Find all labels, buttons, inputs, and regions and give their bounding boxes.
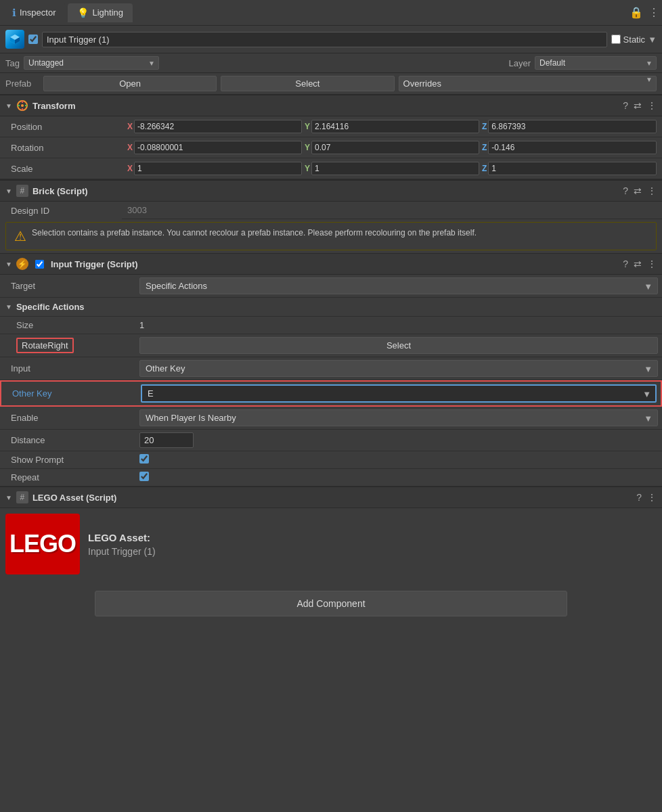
object-name-input[interactable]	[42, 32, 607, 47]
target-row: Target Specific Actions ▼	[0, 275, 662, 298]
scale-z-input[interactable]	[488, 162, 657, 175]
target-dropdown-wrap: Specific Actions ▼	[139, 277, 658, 294]
object-enabled-checkbox[interactable]	[28, 35, 38, 44]
brick-help-icon[interactable]: ?	[623, 185, 628, 196]
input-trigger-help-icon[interactable]: ?	[623, 258, 628, 269]
brick-collapse-arrow[interactable]: ▼	[5, 187, 12, 195]
more-icon[interactable]: ⋮	[648, 6, 659, 19]
static-dropdown-arrow[interactable]: ▼	[648, 35, 657, 45]
tab-inspector-label: Inspector	[20, 7, 56, 18]
input-row: Input Other Key ▼	[0, 357, 662, 380]
enable-row: Enable When Player Is Nearby ▼	[0, 407, 662, 430]
specific-actions-right	[135, 298, 662, 316]
lego-asset-icon: #	[16, 491, 28, 503]
rotate-right-value: Select	[135, 334, 662, 357]
brick-script-icon: #	[16, 185, 28, 197]
rot-y-item: Y	[305, 141, 479, 154]
static-checkbox[interactable]	[611, 35, 621, 44]
scale-y-input[interactable]	[311, 162, 479, 175]
input-trigger-enabled-checkbox[interactable]	[35, 260, 44, 269]
transform-settings-icon[interactable]: ⇄	[634, 100, 642, 111]
repeat-row: Repeat	[0, 469, 662, 487]
show-prompt-checkbox[interactable]	[139, 454, 149, 464]
target-dropdown[interactable]: Specific Actions	[139, 277, 658, 294]
lego-asset-title: LEGO Asset (Script)	[32, 493, 632, 503]
rot-z-item: Z	[482, 141, 657, 154]
repeat-value	[135, 469, 662, 486]
scale-x-label: X	[127, 164, 133, 173]
pos-x-input[interactable]	[134, 120, 302, 133]
input-dropdown[interactable]: Other Key	[139, 360, 658, 377]
repeat-label: Repeat	[0, 469, 135, 486]
prefab-overrides-select[interactable]: Overrides	[399, 76, 657, 91]
position-xyz: X Y Z	[127, 120, 657, 133]
specific-actions-header: ▼ Specific Actions	[0, 298, 662, 317]
transform-help-icon[interactable]: ?	[623, 100, 628, 111]
lego-more-icon[interactable]: ⋮	[647, 492, 657, 503]
warning-box: ⚠ Selection contains a prefab instance. …	[5, 222, 657, 250]
scale-y-label: Y	[305, 164, 310, 173]
pos-z-input[interactable]	[488, 120, 657, 133]
warning-text: Selection contains a prefab instance. Yo…	[32, 228, 477, 238]
lock-icon[interactable]: 🔒	[630, 6, 643, 19]
tab-inspector[interactable]: ℹ Inspector	[3, 3, 65, 23]
layer-label: Layer	[508, 58, 531, 68]
input-trigger-settings-icon[interactable]: ⇄	[634, 258, 642, 269]
other-key-row: Other Key ▼	[0, 380, 662, 407]
rot-y-input[interactable]	[311, 141, 479, 154]
rotate-right-label-text: RotateRight	[16, 338, 74, 353]
svg-point-9	[21, 104, 24, 107]
specific-actions-collapse-arrow[interactable]: ▼	[5, 303, 12, 311]
tab-lighting-label: Lighting	[92, 7, 123, 18]
rot-x-input[interactable]	[134, 141, 302, 154]
lego-asset-name: Input Trigger (1)	[88, 546, 156, 557]
transform-props: Position X Y Z Rotation X Y	[0, 116, 662, 180]
lego-asset-content: LEGO LEGO Asset: Input Trigger (1)	[0, 508, 662, 580]
add-component-button[interactable]: Add Component	[95, 591, 567, 616]
size-label: Size	[0, 317, 135, 334]
rot-z-input[interactable]	[488, 141, 657, 154]
lego-help-icon[interactable]: ?	[636, 492, 642, 503]
transform-actions: ? ⇄ ⋮	[623, 100, 657, 111]
target-dropdown-text: Specific Actions	[146, 281, 207, 291]
tab-bar: ℹ Inspector 💡 Lighting 🔒 ⋮	[0, 0, 662, 26]
lego-logo: LEGO	[5, 514, 80, 574]
brick-script-title: Brick (Script)	[32, 186, 619, 196]
input-trigger-section-header: ▼ ⚡ Input Trigger (Script) ? ⇄ ⋮	[0, 253, 662, 275]
rotate-right-row: RotateRight Select	[0, 334, 662, 357]
scale-y-item: Y	[305, 162, 479, 175]
scale-z-label: Z	[482, 164, 487, 173]
pos-y-item: Y	[305, 120, 479, 133]
tag-select[interactable]: Untagged	[24, 56, 159, 70]
target-label: Target	[0, 277, 135, 295]
distance-input[interactable]	[139, 432, 194, 448]
show-prompt-value	[135, 451, 662, 468]
scale-x-input[interactable]	[134, 162, 302, 175]
other-key-input[interactable]	[141, 384, 657, 403]
repeat-checkbox[interactable]	[139, 472, 149, 481]
transform-collapse-arrow[interactable]: ▼	[5, 102, 12, 110]
input-trigger-more-icon[interactable]: ⋮	[647, 258, 657, 269]
prefab-select-button[interactable]: Select	[221, 76, 394, 91]
specific-actions-label: Specific Actions	[16, 302, 85, 312]
enable-label: Enable	[0, 409, 135, 427]
transform-icon	[16, 99, 28, 112]
lego-collapse-arrow[interactable]: ▼	[5, 494, 12, 501]
prefab-open-button[interactable]: Open	[43, 76, 217, 91]
enable-dropdown[interactable]: When Player Is Nearby	[139, 409, 658, 426]
layer-select[interactable]: Default	[535, 56, 657, 70]
brick-script-section-header: ▼ # Brick (Script) ? ⇄ ⋮	[0, 180, 662, 202]
brick-settings-icon[interactable]: ⇄	[634, 185, 642, 196]
rotation-value: X Y Z	[122, 137, 662, 158]
design-id-label: Design ID	[0, 202, 122, 219]
input-trigger-collapse-arrow[interactable]: ▼	[5, 261, 12, 268]
brick-more-icon[interactable]: ⋮	[647, 185, 657, 196]
add-component-wrap: Add Component	[0, 580, 662, 627]
pos-y-input[interactable]	[311, 120, 479, 133]
show-prompt-label: Show Prompt	[0, 451, 135, 468]
input-value: Other Key ▼	[135, 357, 662, 380]
transform-more-icon[interactable]: ⋮	[647, 100, 657, 111]
tab-lighting[interactable]: 💡 Lighting	[68, 3, 133, 22]
position-value: X Y Z	[122, 116, 662, 137]
rotate-right-select-button[interactable]: Select	[139, 337, 658, 354]
